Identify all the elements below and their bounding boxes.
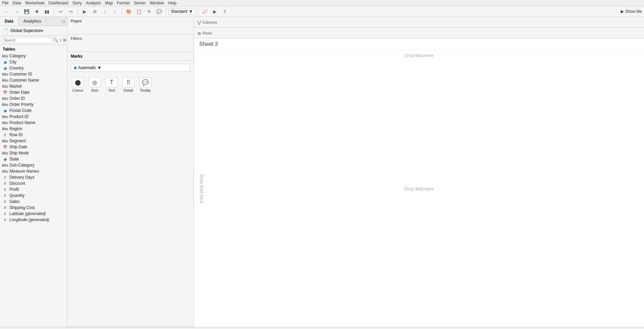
share-button[interactable]: ⇧	[221, 7, 229, 16]
field-type-icon: 📅	[3, 90, 7, 95]
field-item[interactable]: AbcProduct ID	[0, 114, 67, 120]
new-datasource-button[interactable]: ✚	[32, 7, 41, 16]
tab-data[interactable]: Data	[0, 17, 19, 26]
field-type-icon: Abc	[3, 139, 7, 143]
marks-btn-size[interactable]: ◎Size	[88, 77, 102, 92]
tab-analytics[interactable]: Analytics	[19, 17, 46, 26]
menu-help[interactable]: Help	[168, 1, 177, 5]
field-item[interactable]: #Delivery Days	[0, 174, 67, 180]
select-button[interactable]: ▶	[80, 7, 89, 16]
swap-button[interactable]: ⇄	[90, 7, 99, 16]
field-item[interactable]: AbcOrder Priority	[0, 101, 67, 108]
field-name: Shipping Cost	[9, 205, 35, 210]
field-name: Customer ID	[9, 72, 32, 77]
search-icon[interactable]: 🔍	[53, 38, 58, 42]
filter-icon[interactable]: ▿	[60, 38, 62, 42]
field-name: City	[9, 60, 17, 64]
menu-analysis[interactable]: Analysis	[86, 1, 101, 5]
field-type-icon: #	[3, 193, 7, 198]
sheet-body[interactable]: Drop field here Drop field here Drop fie…	[194, 50, 644, 327]
chevron-down-icon: ▼	[189, 9, 193, 14]
field-item[interactable]: ◕State	[0, 156, 67, 162]
field-item[interactable]: ◕Postal Code	[0, 108, 67, 114]
field-item[interactable]: AbcCustomer Name	[0, 77, 67, 83]
search-input[interactable]	[2, 37, 52, 43]
sort-asc-button[interactable]: ↑	[100, 7, 109, 16]
field-item[interactable]: AbcOrder ID	[0, 95, 67, 101]
field-item[interactable]: AbcCategory	[0, 53, 67, 59]
field-name: State	[9, 157, 19, 161]
menu-window[interactable]: Window	[150, 1, 164, 5]
field-name: Quantity	[9, 193, 25, 198]
menu-data[interactable]: Data	[12, 1, 21, 5]
field-type-icon: Abc	[3, 126, 7, 131]
sort-desc-button[interactable]: ↓	[111, 7, 119, 16]
field-item[interactable]: #Discount	[0, 180, 67, 186]
field-item[interactable]: ◕Country	[0, 65, 67, 71]
field-name: Order ID	[9, 96, 25, 101]
tooltip-button[interactable]: 💬	[155, 7, 164, 16]
field-type-icon: #	[3, 205, 7, 210]
color-button[interactable]: 🎨	[124, 7, 133, 16]
back-button[interactable]: ←	[2, 7, 11, 16]
field-item[interactable]: AbcSegment	[0, 138, 67, 144]
field-item[interactable]: AbcMarket	[0, 83, 67, 89]
field-name: Measure Names	[9, 169, 39, 174]
standard-dropdown[interactable]: Standard ▼	[169, 8, 195, 15]
marks-card: Marks ■ Automatic ▼ ⬤Colour◎SizeTText⠿De…	[67, 52, 194, 327]
menu-map[interactable]: Map	[105, 1, 113, 5]
rows-drop-area[interactable]	[224, 28, 644, 38]
collapse-arrow[interactable]: ◁	[59, 17, 67, 26]
field-item[interactable]: 📅Ship Date	[0, 144, 67, 150]
field-item[interactable]: 📅Order Date	[0, 89, 67, 95]
field-type-icon: Abc	[3, 120, 7, 125]
field-item[interactable]: AbcShip Mode	[0, 150, 67, 156]
forward-button[interactable]: →	[12, 7, 21, 16]
field-item[interactable]: AbcProduct Name	[0, 120, 67, 126]
menu-server[interactable]: Server	[134, 1, 146, 5]
panel-tabs: Data Analytics ◁	[0, 17, 67, 26]
field-type-icon: ◕	[3, 157, 7, 161]
menu-format[interactable]: Format	[117, 1, 130, 5]
field-item[interactable]: ◕City	[0, 59, 67, 65]
field-item[interactable]: AbcRegion	[0, 126, 67, 132]
marks-btn-colour[interactable]: ⬤Colour	[71, 77, 85, 92]
marks-btn-text[interactable]: TText	[105, 77, 119, 92]
field-item[interactable]: AbcSub-Category	[0, 162, 67, 168]
field-item[interactable]: #Row ID	[0, 132, 67, 138]
sheet-title: Sheet 3	[194, 38, 644, 50]
redo-button[interactable]: ↪	[66, 7, 75, 16]
menu-dashboard[interactable]: Dashboard	[49, 1, 68, 5]
field-item[interactable]: #Shipping Cost	[0, 205, 67, 211]
viz-button[interactable]: 📈	[200, 7, 209, 16]
menu-file[interactable]: File	[2, 1, 8, 5]
marks-chevron-icon: ▼	[97, 65, 101, 70]
field-item[interactable]: #Sales	[0, 199, 67, 205]
undo-button[interactable]: ↩	[56, 7, 65, 16]
present-button[interactable]: ▶	[210, 7, 219, 16]
field-type-icon: 📅	[3, 145, 7, 149]
field-item[interactable]: AbcCustomer ID	[0, 71, 67, 77]
marks-btn-tooltip[interactable]: 💬Tooltip	[138, 77, 152, 92]
field-item[interactable]: AbcMeasure Names	[0, 168, 67, 174]
columns-drop-area[interactable]	[224, 18, 644, 27]
left-panel: Data Analytics ◁ 📄 Global Superstore 🔍 ▿…	[0, 17, 67, 327]
marks-type-dropdown[interactable]: ■ Automatic ▼	[71, 64, 190, 72]
field-item[interactable]: #Quantity	[0, 192, 67, 199]
save-button[interactable]: 💾	[22, 7, 31, 16]
duplicate-button[interactable]: ▮▮	[42, 7, 51, 16]
field-type-icon: #	[3, 175, 7, 180]
label-button[interactable]: 📋	[135, 7, 143, 16]
marks-btn-detail[interactable]: ⠿Detail	[121, 77, 136, 92]
field-type-icon: #	[3, 199, 7, 204]
field-item[interactable]: #Profit	[0, 186, 67, 192]
format-button[interactable]: ✎	[145, 7, 153, 16]
menu-story[interactable]: Story	[72, 1, 82, 5]
grid-icon[interactable]: ⊞	[63, 38, 66, 42]
datasource: 📄 Global Superstore	[0, 26, 67, 36]
field-item[interactable]: #Latitude (generated)	[0, 211, 67, 217]
field-item[interactable]: #Longitude (generated)	[0, 217, 67, 223]
menu-worksheet[interactable]: Worksheet	[25, 1, 45, 5]
show-me-button[interactable]: ▶ Show Me	[621, 9, 642, 14]
filters-label: Filters	[71, 36, 190, 40]
